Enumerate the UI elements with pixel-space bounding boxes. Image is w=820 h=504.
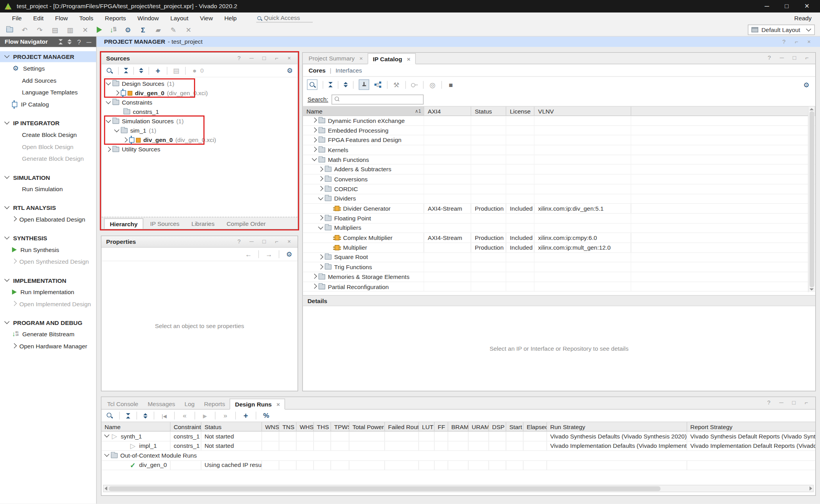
tab-ip-sources[interactable]: IP Sources (145, 218, 185, 229)
minimize-icon[interactable]: ─ (765, 3, 769, 10)
collapse-all-icon[interactable] (59, 39, 63, 44)
chevron-right-icon[interactable] (12, 259, 17, 264)
delete-icon[interactable] (82, 27, 89, 33)
menu-flow[interactable]: Flow (49, 15, 73, 21)
gear-icon[interactable] (285, 251, 293, 257)
sidebar-item-generate-bitstream[interactable]: ↓0110Generate Bitstream (0, 328, 96, 340)
column-header-report-strategy[interactable]: Report Strategy (687, 422, 815, 431)
sidebar-item-simulation[interactable]: SIMULATION (0, 172, 96, 183)
chevron-right-icon[interactable] (12, 343, 17, 348)
chevron-down-icon[interactable] (106, 99, 111, 104)
chevron-down-icon[interactable] (318, 195, 323, 200)
search-button[interactable] (307, 80, 317, 90)
search-icon[interactable] (106, 412, 113, 419)
chevron-right-icon[interactable] (12, 301, 17, 306)
sidebar-item-settings[interactable]: Settings (0, 62, 96, 74)
close-tab-icon[interactable]: × (276, 401, 280, 407)
menu-help[interactable]: Help (219, 15, 242, 21)
sidebar-item-run-synthesis[interactable]: Run Synthesis (0, 243, 96, 256)
catalog-row-memories-storage-elements[interactable]: Memories & Storage Elements (303, 272, 815, 282)
column-header-tpws[interactable]: TPWS (331, 422, 349, 431)
column-header-vlnv[interactable]: VLNV (535, 106, 631, 115)
maximize-icon[interactable]: □ (785, 3, 789, 10)
chevron-right-icon[interactable] (114, 90, 119, 95)
unhighlight-icon[interactable] (185, 27, 192, 33)
chevron-right-icon[interactable] (106, 146, 111, 151)
sidebar-item-open-elaborated-design[interactable]: Open Elaborated Design (0, 213, 96, 225)
chevron-right-icon[interactable] (312, 137, 317, 142)
run-button-icon[interactable] (97, 27, 102, 33)
sidebar-item-ip-catalog[interactable]: IP Catalog (0, 98, 96, 110)
chevron-down-icon[interactable] (4, 204, 9, 209)
catalog-row-dynamic-function-exchange[interactable]: Dynamic Function eXchange (303, 116, 815, 126)
chevron-down-icon[interactable] (4, 277, 9, 282)
menu-layout[interactable]: Layout (164, 15, 194, 21)
catalog-row-multipliers[interactable]: Multipliers (303, 224, 815, 233)
chevron-right-icon[interactable] (312, 128, 317, 133)
sidebar-item-ip-integrator[interactable]: IP INTEGRATOR (0, 117, 96, 128)
run-row-synth-1[interactable]: synth_1constrs_1Not startedVivado Synthe… (102, 431, 815, 441)
chevron-down-icon[interactable] (312, 156, 317, 161)
sidebar-item-synthesis[interactable]: SYNTHESIS (0, 232, 96, 243)
chevron-right-icon[interactable] (318, 264, 323, 269)
tab-tcl-console[interactable]: Tcl Console (102, 398, 143, 409)
quick-access[interactable] (256, 14, 313, 23)
column-header-ff[interactable]: FF (435, 422, 448, 431)
catalog-row-square-root[interactable]: Square Root (303, 253, 815, 263)
tab-interfaces[interactable]: Interfaces (335, 67, 362, 73)
customize-ip-icon[interactable] (393, 81, 400, 88)
chevron-down-icon[interactable] (4, 319, 9, 324)
column-header-ths[interactable]: THS (314, 422, 331, 431)
tab-hierarchy[interactable]: Hierarchy (104, 218, 144, 229)
help-icon[interactable] (765, 400, 772, 406)
catalog-row-trig-functions[interactable]: Trig Functions (303, 263, 815, 272)
minimize-panel-icon[interactable] (778, 400, 785, 406)
copy-icon[interactable] (51, 27, 59, 33)
tab-messages[interactable]: Messages (143, 398, 180, 409)
menu-tools[interactable]: Tools (73, 15, 99, 21)
sidebar-item-create-block-design[interactable]: Create Block Design (0, 128, 96, 140)
column-header-lut[interactable]: LUT (419, 422, 435, 431)
float-panel-icon[interactable] (803, 400, 810, 406)
paste-icon[interactable] (66, 27, 74, 33)
catalog-row-cordic[interactable]: CORDIC (303, 185, 815, 194)
close-tab-icon[interactable]: × (407, 56, 410, 62)
chevron-down-icon[interactable] (4, 119, 9, 124)
minimize-panel-icon[interactable] (248, 55, 255, 61)
float-panel-icon[interactable] (273, 55, 280, 61)
resource-estimate-icon[interactable] (262, 412, 270, 419)
expand-all-icon[interactable] (344, 82, 348, 87)
catalog-search-box[interactable] (332, 94, 424, 104)
column-header-wns[interactable]: WNS (262, 422, 279, 431)
catalog-row-dividers[interactable]: Dividers (303, 194, 815, 204)
chevron-right-icon[interactable] (318, 176, 323, 181)
tree-item-utility-sources[interactable]: Utility Sources (102, 145, 298, 154)
tree-item-sim-1[interactable]: sim_1 (1) (102, 126, 298, 135)
maximize-panel-icon[interactable] (791, 55, 798, 61)
menu-window[interactable]: Window (132, 15, 164, 21)
column-header-whs[interactable]: WHS (296, 422, 314, 431)
chevron-down-icon[interactable] (4, 234, 9, 240)
column-header-name[interactable]: Name∧1 (303, 106, 424, 115)
undo-icon[interactable] (21, 27, 29, 33)
catalog-row-kernels[interactable]: Kernels (303, 145, 815, 155)
tab-project-summary[interactable]: Project Summary× (304, 53, 367, 64)
column-header-uram[interactable]: URAM (469, 422, 489, 431)
sidebar-item-add-sources[interactable]: Add Sources (0, 74, 96, 86)
forward-icon[interactable] (265, 251, 273, 257)
chevron-right-icon[interactable] (318, 215, 323, 220)
previous-run-icon[interactable] (181, 412, 188, 419)
maximize-panel-icon[interactable] (790, 400, 798, 406)
column-header-name[interactable]: Name (102, 422, 171, 431)
chevron-down-icon[interactable] (104, 452, 109, 457)
catalog-row-fpga-features-and-design[interactable]: FPGA Features and Design (303, 135, 815, 145)
column-header-failed-routes[interactable]: Failed Routes (385, 422, 419, 431)
column-header-tns[interactable]: TNS (279, 422, 296, 431)
menu-edit[interactable]: Edit (27, 15, 49, 21)
chevron-right-icon[interactable] (312, 284, 317, 289)
float-icon[interactable] (793, 39, 800, 45)
chevron-down-icon[interactable] (104, 432, 109, 437)
column-header-elapsed[interactable]: Elapsed (524, 422, 547, 431)
tab-log[interactable]: Log (180, 398, 200, 409)
tab-libraries[interactable]: Libraries (186, 218, 220, 229)
